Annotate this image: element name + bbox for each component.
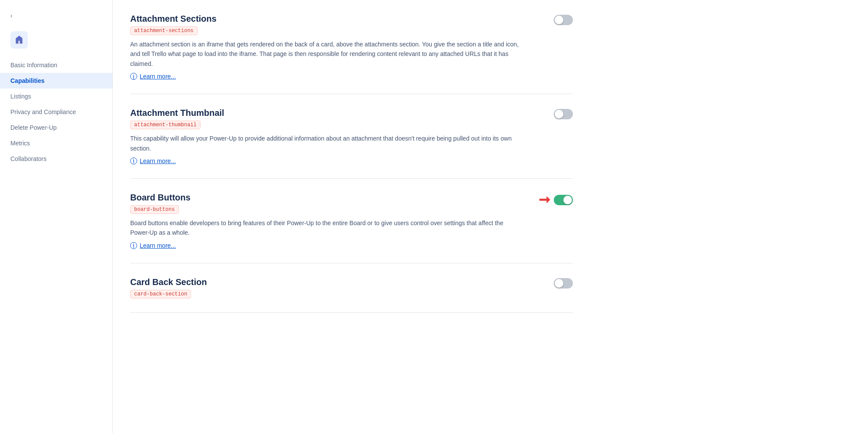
capability-badge-board-buttons: board-buttons xyxy=(130,205,179,214)
back-chevron-icon: ‹ xyxy=(10,12,13,19)
capability-title-attachment-thumbnail: Attachment Thumbnail xyxy=(130,108,224,118)
capability-card-back-section: Card Back Sectioncard-back-section xyxy=(130,263,573,313)
sidebar-header xyxy=(0,28,112,57)
capability-attachment-sections: Attachment Sectionsattachment-sectionsAn… xyxy=(130,0,573,94)
toggle-board-buttons[interactable] xyxy=(554,195,573,205)
sidebar-item-privacy[interactable]: Privacy and Compliance xyxy=(0,104,112,120)
capability-header-card-back-section: Card Back Sectioncard-back-section xyxy=(130,277,573,299)
info-icon: i xyxy=(130,157,137,164)
red-arrow-annotation: ➞ xyxy=(539,193,550,207)
capability-title-col-card-back-section: Card Back Sectioncard-back-section xyxy=(130,277,207,299)
toggle-card-back-section[interactable] xyxy=(554,278,573,289)
capability-header-board-buttons: Board Buttonsboard-buttons➞ xyxy=(130,193,573,214)
main-content: Attachment Sectionsattachment-sectionsAn… xyxy=(113,0,868,433)
capability-title-attachment-sections: Attachment Sections xyxy=(130,14,217,24)
sidebar-item-capabilities[interactable]: Capabilities xyxy=(0,73,112,89)
sidebar-item-listings[interactable]: Listings xyxy=(0,89,112,104)
toggle-attachment-thumbnail[interactable] xyxy=(554,109,573,119)
app-logo xyxy=(10,31,28,49)
capability-desc-board-buttons: Board buttons enable developers to bring… xyxy=(130,218,521,238)
toggle-track-board-buttons[interactable] xyxy=(554,195,573,205)
learn-more-attachment-thumbnail[interactable]: iLearn more... xyxy=(130,157,573,164)
toggle-thumb-card-back-section xyxy=(555,279,563,288)
info-icon: i xyxy=(130,73,137,80)
capability-toggle-area-attachment-sections xyxy=(554,14,573,25)
capability-desc-attachment-thumbnail: This capability will allow your Power-Up… xyxy=(130,134,521,153)
capability-badge-attachment-thumbnail: attachment-thumbnail xyxy=(130,121,201,129)
capability-title-col-attachment-sections: Attachment Sectionsattachment-sections xyxy=(130,14,217,35)
toggle-attachment-sections[interactable] xyxy=(554,15,573,25)
capability-title-card-back-section: Card Back Section xyxy=(130,277,207,287)
capability-badge-card-back-section: card-back-section xyxy=(130,290,191,299)
capability-badge-attachment-sections: attachment-sections xyxy=(130,26,197,35)
capability-title-board-buttons: Board Buttons xyxy=(130,193,191,203)
toggle-thumb-attachment-thumbnail xyxy=(555,110,563,118)
capability-header-attachment-sections: Attachment Sectionsattachment-sections xyxy=(130,14,573,35)
learn-more-text[interactable]: Learn more... xyxy=(140,73,176,80)
svg-point-0 xyxy=(18,36,20,38)
toggle-thumb-board-buttons xyxy=(563,196,572,204)
capability-toggle-area-attachment-thumbnail xyxy=(554,108,573,119)
toggle-track-attachment-thumbnail[interactable] xyxy=(554,109,573,119)
toggle-thumb-attachment-sections xyxy=(555,16,563,24)
capability-header-attachment-thumbnail: Attachment Thumbnailattachment-thumbnail xyxy=(130,108,573,129)
learn-more-board-buttons[interactable]: iLearn more... xyxy=(130,242,573,249)
capabilities-list: Attachment Sectionsattachment-sectionsAn… xyxy=(113,0,590,313)
sidebar: ‹ Basic InformationCapabilitiesListingsP… xyxy=(0,0,113,433)
capability-toggle-area-board-buttons: ➞ xyxy=(539,193,573,207)
capability-desc-attachment-sections: An attachment section is an iframe that … xyxy=(130,39,521,69)
sidebar-item-collaborators[interactable]: Collaborators xyxy=(0,151,112,167)
sidebar-item-delete[interactable]: Delete Power-Up xyxy=(0,120,112,135)
capability-attachment-thumbnail: Attachment Thumbnailattachment-thumbnail… xyxy=(130,94,573,179)
learn-more-text[interactable]: Learn more... xyxy=(140,157,176,164)
sidebar-nav: Basic InformationCapabilitiesListingsPri… xyxy=(0,57,112,167)
capability-toggle-area-card-back-section xyxy=(554,277,573,289)
learn-more-attachment-sections[interactable]: iLearn more... xyxy=(130,73,573,80)
capability-title-col-attachment-thumbnail: Attachment Thumbnailattachment-thumbnail xyxy=(130,108,224,129)
capability-board-buttons: Board Buttonsboard-buttons➞Board buttons… xyxy=(130,179,573,263)
toggle-track-attachment-sections[interactable] xyxy=(554,15,573,25)
sidebar-item-basic-info[interactable]: Basic Information xyxy=(0,57,112,73)
sidebar-item-metrics[interactable]: Metrics xyxy=(0,135,112,151)
info-icon: i xyxy=(130,242,137,249)
capability-title-col-board-buttons: Board Buttonsboard-buttons xyxy=(130,193,191,214)
learn-more-text[interactable]: Learn more... xyxy=(140,242,176,249)
toggle-track-card-back-section[interactable] xyxy=(554,278,573,289)
back-button[interactable]: ‹ xyxy=(0,9,112,23)
